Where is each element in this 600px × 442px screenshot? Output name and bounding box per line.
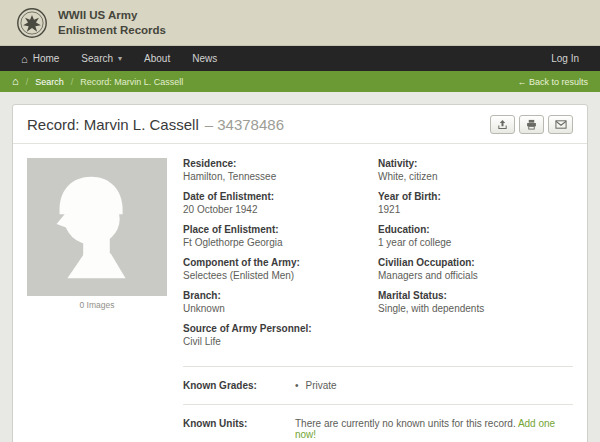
field-label: Year of Birth: — [378, 191, 563, 202]
breadcrumb-home-icon[interactable]: ⌂ — [12, 76, 19, 87]
main-nav: ⌂ Home Search ▾ About News Log In — [0, 46, 600, 71]
field-label: Branch: — [183, 290, 368, 301]
print-button[interactable] — [519, 115, 544, 134]
field-label: Civilian Occupation: — [378, 257, 563, 268]
field-label: Source of Army Personnel: — [183, 323, 368, 334]
images-count-caption: 0 Images — [27, 300, 167, 310]
field-label: Date of Enlistment: — [183, 191, 368, 202]
field-value: White, citizen — [378, 171, 563, 182]
site-title-line1: WWII US Army — [58, 8, 166, 23]
record-fields-left: Residence: Hamilton, Tennessee Date of E… — [183, 158, 378, 356]
known-units-label: Known Units: — [183, 418, 295, 429]
share-button[interactable] — [490, 115, 515, 134]
field-place-of-enlistment: Place of Enlistment: Ft Oglethorpe Georg… — [183, 224, 368, 248]
known-grade-item: Private — [306, 380, 337, 391]
breadcrumb-search-link[interactable]: Search — [35, 77, 64, 87]
nav-search-label: Search — [81, 53, 113, 64]
field-year-of-birth: Year of Birth: 1921 — [378, 191, 563, 215]
bullet-icon: • — [295, 380, 299, 391]
field-date-of-enlistment: Date of Enlistment: 20 October 1942 — [183, 191, 368, 215]
field-branch: Branch: Unknown — [183, 290, 368, 314]
field-component-of-army: Component of the Army: Selectees (Enlist… — [183, 257, 368, 281]
field-source-of-army-personnel: Source of Army Personnel: Civil Life — [183, 323, 368, 347]
divider — [183, 404, 573, 405]
divider — [183, 366, 573, 367]
known-grades-list: •Private — [295, 380, 337, 391]
envelope-icon — [555, 119, 567, 130]
field-label: Residence: — [183, 158, 368, 169]
known-units-content: There are currently no known units for t… — [295, 418, 573, 440]
breadcrumb-separator: / — [26, 77, 29, 87]
nav-item-news[interactable]: News — [181, 46, 228, 71]
soldier-silhouette-icon — [27, 158, 167, 296]
site-title: WWII US Army Enlistment Records — [58, 8, 166, 38]
login-label: Log In — [551, 53, 579, 64]
nav-item-home[interactable]: ⌂ Home — [10, 46, 70, 71]
known-grades-row: Known Grades: •Private — [183, 377, 573, 394]
home-icon: ⌂ — [21, 53, 28, 65]
record-card-header: Record: Marvin L. Cassell – 34378486 — [13, 105, 587, 144]
field-label: Marital Status: — [378, 290, 563, 301]
known-units-row: Known Units: There are currently no know… — [183, 415, 573, 442]
army-seal-logo — [16, 7, 48, 39]
field-value: Hamilton, Tennessee — [183, 171, 368, 182]
field-civilian-occupation: Civilian Occupation: Managers and offici… — [378, 257, 563, 281]
field-nativity: Nativity: White, citizen — [378, 158, 563, 182]
record-number: – 34378486 — [205, 116, 284, 133]
nav-item-search[interactable]: Search ▾ — [70, 46, 133, 71]
nav-news-label: News — [192, 53, 217, 64]
chevron-down-icon: ▾ — [118, 54, 122, 63]
field-value: 1 year of college — [378, 237, 563, 248]
field-value: Managers and officials — [378, 270, 563, 281]
field-label: Nativity: — [378, 158, 563, 169]
field-residence: Residence: Hamilton, Tennessee — [183, 158, 368, 182]
record-card: Record: Marvin L. Cassell – 34378486 — [12, 104, 588, 442]
field-label: Place of Enlistment: — [183, 224, 368, 235]
nav-spacer — [228, 46, 540, 71]
record-fields: Residence: Hamilton, Tennessee Date of E… — [183, 158, 573, 356]
breadcrumb-separator: / — [71, 77, 74, 87]
record-image-column: 0 Images — [27, 158, 167, 442]
field-label: Component of the Army: — [183, 257, 368, 268]
nav-item-about[interactable]: About — [133, 46, 181, 71]
nav-item-login[interactable]: Log In — [540, 46, 590, 71]
record-fields-right: Nativity: White, citizen Year of Birth: … — [378, 158, 573, 356]
nav-home-label: Home — [33, 53, 60, 64]
record-details-column: Residence: Hamilton, Tennessee Date of E… — [183, 158, 573, 442]
field-value: Ft Oglethorpe Georgia — [183, 237, 368, 248]
breadcrumb: ⌂ / Search / Record: Marvin L. Cassell ←… — [0, 71, 600, 92]
site-title-line2: Enlistment Records — [58, 23, 166, 38]
field-value: Unknown — [183, 303, 368, 314]
field-value: 20 October 1942 — [183, 204, 368, 215]
page-title: Record: Marvin L. Cassell — [27, 116, 199, 133]
field-value: Single, with dependents — [378, 303, 563, 314]
email-button[interactable] — [548, 115, 573, 134]
back-to-results-link[interactable]: ← Back to results — [517, 77, 588, 87]
known-grades-label: Known Grades: — [183, 380, 295, 391]
field-marital-status: Marital Status: Single, with dependents — [378, 290, 563, 314]
field-value: Civil Life — [183, 336, 368, 347]
share-icon — [497, 119, 508, 130]
print-icon — [526, 119, 537, 130]
soldier-placeholder-image — [27, 158, 167, 296]
breadcrumb-current-page: Record: Marvin L. Cassell — [80, 77, 183, 87]
field-value: 1921 — [378, 204, 563, 215]
site-header: WWII US Army Enlistment Records — [0, 0, 600, 46]
field-value: Selectees (Enlisted Men) — [183, 270, 368, 281]
record-card-body: 0 Images Residence: Hamilton, Tennessee … — [13, 144, 587, 442]
field-label: Education: — [378, 224, 563, 235]
nav-about-label: About — [144, 53, 170, 64]
record-actions — [490, 115, 573, 134]
field-education: Education: 1 year of college — [378, 224, 563, 248]
known-units-text: There are currently no known units for t… — [295, 418, 516, 429]
